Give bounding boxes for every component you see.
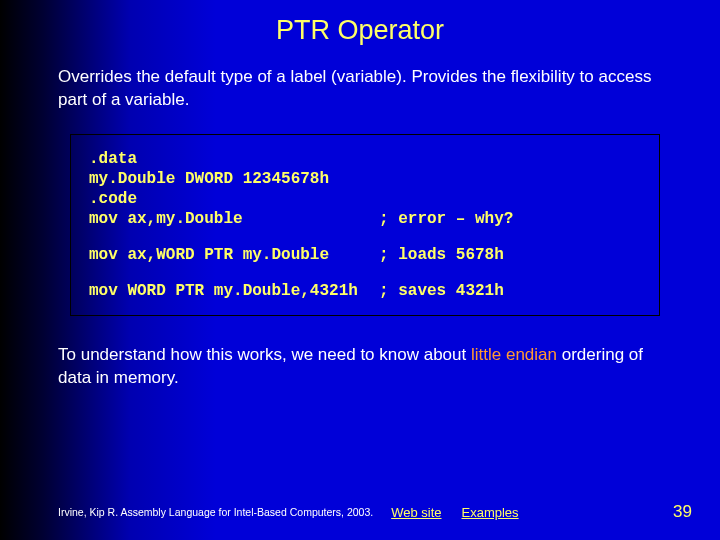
code-line-comment: ; error – why? (379, 209, 641, 229)
keyword-little-endian: little endian (471, 345, 557, 364)
code-line: .data (89, 149, 379, 169)
code-line-comment: ; saves 4321h (379, 281, 641, 301)
code-block: .data my.Double DWORD 12345678h .code mo… (70, 134, 660, 316)
code-line-left: mov WORD PTR my.Double,4321h (89, 281, 379, 301)
code-line-left: mov ax,my.Double (89, 209, 379, 229)
explain-text-pre: To understand how this works, we need to… (58, 345, 471, 364)
slide-footer: Irvine, Kip R. Assembly Language for Int… (0, 502, 720, 522)
code-line: .code (89, 189, 379, 209)
footer-link-examples[interactable]: Examples (462, 505, 519, 520)
footer-credit: Irvine, Kip R. Assembly Language for Int… (0, 506, 373, 518)
code-line-left: mov ax,WORD PTR my.Double (89, 245, 379, 265)
slide-explanation: To understand how this works, we need to… (0, 316, 720, 390)
footer-link-website[interactable]: Web site (391, 505, 441, 520)
page-number: 39 (673, 502, 720, 522)
slide-description: Overrides the default type of a label (v… (0, 46, 720, 112)
code-line-comment: ; loads 5678h (379, 245, 641, 265)
code-line: my.Double DWORD 12345678h (89, 169, 379, 189)
slide-title: PTR Operator (0, 0, 720, 46)
